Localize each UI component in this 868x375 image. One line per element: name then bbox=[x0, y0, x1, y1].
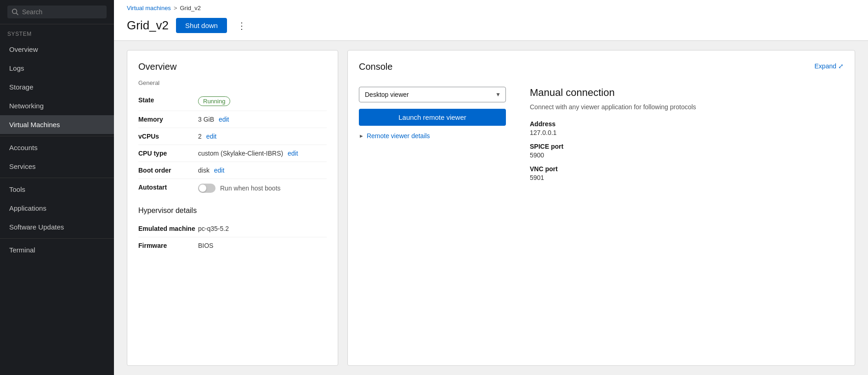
sidebar: System Overview Logs Storage Networking … bbox=[0, 0, 114, 375]
sidebar-item-logs[interactable]: Logs bbox=[0, 59, 114, 78]
expand-button[interactable]: Expand ⤢ bbox=[815, 62, 844, 70]
boot-order-cell: disk edit bbox=[198, 162, 327, 179]
launch-remote-viewer-button[interactable]: Launch remote viewer bbox=[359, 109, 506, 126]
vcpus-row: vCPUs 2 edit bbox=[138, 128, 327, 145]
sidebar-item-services[interactable]: Services bbox=[0, 157, 114, 176]
overview-card: Overview General State Running Memory 3 … bbox=[127, 50, 338, 366]
sidebar-divider bbox=[0, 136, 114, 136]
cpu-type-row: CPU type custom (Skylake-Client-IBRS) ed… bbox=[138, 145, 327, 162]
remote-details-label: Remote viewer details bbox=[367, 132, 430, 140]
memory-label: Memory bbox=[138, 111, 198, 128]
search-input[interactable] bbox=[22, 8, 102, 16]
sidebar-item-storage[interactable]: Storage bbox=[0, 78, 114, 96]
sidebar-item-applications[interactable]: Applications bbox=[0, 199, 114, 218]
chevron-right-icon: ► bbox=[359, 133, 364, 139]
remote-details-row[interactable]: ► Remote viewer details bbox=[359, 132, 515, 140]
firmware-label: Firmware bbox=[138, 237, 198, 254]
manual-connection-title: Manual connection bbox=[530, 87, 844, 99]
cpu-type-value: custom (Skylake-Client-IBRS) bbox=[198, 150, 283, 157]
autostart-cell: Run when host boots bbox=[198, 179, 327, 198]
address-value: 127.0.0.1 bbox=[530, 129, 844, 136]
cpu-type-cell: custom (Skylake-Client-IBRS) edit bbox=[198, 145, 327, 162]
console-card: Console Expand ⤢ Desktop viewer VNC view… bbox=[347, 50, 855, 366]
vcpus-value: 2 bbox=[198, 133, 202, 140]
autostart-row: Autostart Run when host boots bbox=[138, 179, 327, 198]
page-title: Grid_v2 bbox=[127, 18, 169, 33]
vcpus-label: vCPUs bbox=[138, 128, 198, 145]
page-header: Virtual machines > Grid_v2 Grid_v2 Shut … bbox=[114, 0, 868, 41]
search-bar bbox=[0, 0, 114, 24]
content-area: Overview General State Running Memory 3 … bbox=[114, 41, 868, 375]
viewer-select[interactable]: Desktop viewer VNC viewer Serial console bbox=[359, 87, 491, 102]
sidebar-divider-2 bbox=[0, 178, 114, 178]
memory-edit-link[interactable]: edit bbox=[219, 116, 229, 123]
search-icon bbox=[12, 9, 18, 15]
spice-port-value: 5900 bbox=[530, 151, 844, 159]
expand-icon: ⤢ bbox=[838, 62, 844, 70]
sidebar-item-tools[interactable]: Tools bbox=[0, 180, 114, 199]
console-left: Desktop viewer VNC viewer Serial console… bbox=[359, 87, 515, 188]
more-options-icon[interactable]: ⋮ bbox=[234, 18, 249, 33]
boot-order-edit-link[interactable]: edit bbox=[214, 167, 225, 174]
breadcrumb-current: Grid_v2 bbox=[180, 5, 201, 11]
hypervisor-table: Emulated machine pc-q35-5.2 Firmware BIO… bbox=[138, 220, 327, 254]
boot-order-value: disk bbox=[198, 167, 210, 174]
console-title: Console bbox=[359, 62, 392, 72]
autostart-toggle[interactable] bbox=[198, 184, 216, 193]
sidebar-item-software-updates[interactable]: Software Updates bbox=[0, 218, 114, 236]
memory-cell: 3 GiB edit bbox=[198, 111, 327, 128]
breadcrumb-parent[interactable]: Virtual machines bbox=[127, 5, 171, 11]
viewer-select-wrap: Desktop viewer VNC viewer Serial console… bbox=[359, 87, 506, 102]
emulated-machine-row: Emulated machine pc-q35-5.2 bbox=[138, 220, 327, 237]
breadcrumb: Virtual machines > Grid_v2 bbox=[127, 0, 855, 14]
boot-order-row: Boot order disk edit bbox=[138, 162, 327, 179]
autostart-desc: Run when host boots bbox=[220, 185, 281, 192]
console-header: Console Expand ⤢ bbox=[359, 62, 844, 79]
autostart-label: Autostart bbox=[138, 179, 198, 198]
overview-table: State Running Memory 3 GiB edit vCPUs 2 bbox=[138, 92, 327, 197]
sidebar-divider-3 bbox=[0, 238, 114, 239]
address-label: Address bbox=[530, 120, 844, 128]
vnc-port-label: VNC port bbox=[530, 165, 844, 173]
main-content: Virtual machines > Grid_v2 Grid_v2 Shut … bbox=[114, 0, 868, 375]
hypervisor-title: Hypervisor details bbox=[138, 207, 327, 215]
boot-order-label: Boot order bbox=[138, 162, 198, 179]
expand-label: Expand bbox=[815, 62, 836, 70]
cpu-type-label: CPU type bbox=[138, 145, 198, 162]
title-row: Grid_v2 Shut down ⋮ bbox=[127, 14, 855, 40]
firmware-value: BIOS bbox=[198, 237, 327, 254]
system-section-label: System bbox=[0, 24, 114, 40]
manual-connection-panel: Manual connection Connect with any viewe… bbox=[530, 87, 844, 188]
shutdown-button[interactable]: Shut down bbox=[176, 18, 227, 33]
sidebar-item-accounts[interactable]: Accounts bbox=[0, 138, 114, 157]
general-section-label: General bbox=[138, 79, 327, 86]
chevron-down-icon: ▼ bbox=[491, 91, 505, 98]
memory-value: 3 GiB bbox=[198, 116, 214, 123]
state-value: Running bbox=[198, 92, 327, 111]
firmware-row: Firmware BIOS bbox=[138, 237, 327, 254]
memory-row: Memory 3 GiB edit bbox=[138, 111, 327, 128]
manual-connection-desc: Connect with any viewer application for … bbox=[530, 102, 844, 112]
spice-port-label: SPICE port bbox=[530, 143, 844, 150]
hypervisor-section: Hypervisor details Emulated machine pc-q… bbox=[138, 207, 327, 254]
sidebar-item-virtual-machines[interactable]: Virtual Machines bbox=[0, 115, 114, 134]
vnc-port-value: 5901 bbox=[530, 174, 844, 181]
vcpus-edit-link[interactable]: edit bbox=[206, 133, 217, 140]
cpu-type-edit-link[interactable]: edit bbox=[288, 150, 298, 157]
autostart-toggle-wrap: Run when host boots bbox=[198, 184, 327, 193]
sidebar-item-networking[interactable]: Networking bbox=[0, 96, 114, 115]
state-label: State bbox=[138, 92, 198, 111]
running-badge: Running bbox=[198, 96, 230, 106]
sidebar-item-overview[interactable]: Overview bbox=[0, 40, 114, 59]
state-row: State Running bbox=[138, 92, 327, 111]
overview-title: Overview bbox=[138, 62, 327, 72]
sidebar-item-terminal[interactable]: Terminal bbox=[0, 241, 114, 259]
breadcrumb-separator: > bbox=[174, 5, 177, 11]
vcpus-cell: 2 edit bbox=[198, 128, 327, 145]
emulated-machine-value: pc-q35-5.2 bbox=[198, 220, 327, 237]
console-inner: Desktop viewer VNC viewer Serial console… bbox=[359, 87, 844, 188]
emulated-machine-label: Emulated machine bbox=[138, 220, 198, 237]
